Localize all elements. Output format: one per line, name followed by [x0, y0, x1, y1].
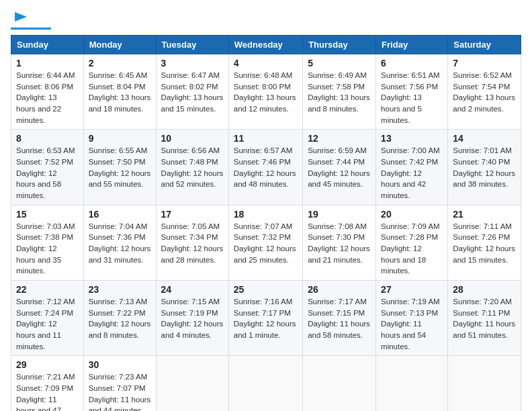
calendar-cell: 2 Sunrise: 6:45 AM Sunset: 8:04 PM Dayli… [83, 54, 156, 130]
day-info: Sunrise: 7:15 AM Sunset: 7:19 PM Dayligh… [161, 296, 224, 341]
calendar-cell: 3 Sunrise: 6:47 AM Sunset: 8:02 PM Dayli… [156, 54, 228, 130]
daylight-text: Daylight: 11 hours and 47 minutes. [16, 396, 61, 411]
day-number: 1 [16, 58, 79, 68]
day-of-week-header: Tuesday [156, 36, 228, 54]
calendar-week-row: 15 Sunrise: 7:03 AM Sunset: 7:38 PM Dayl… [11, 205, 521, 280]
day-number: 24 [161, 284, 224, 295]
day-number: 5 [308, 58, 371, 68]
daylight-text: Daylight: 12 hours and 15 minutes. [453, 244, 515, 264]
day-of-week-header: Monday [83, 36, 156, 54]
sunset-text: Sunset: 7:15 PM [308, 309, 365, 317]
daylight-text: Daylight: 12 hours and 52 minutes. [161, 169, 224, 189]
daylight-text: Daylight: 13 hours and 5 minutes. [381, 93, 422, 124]
sunrise-text: Sunrise: 6:56 AM [161, 146, 220, 154]
sunset-text: Sunset: 7:07 PM [89, 384, 146, 392]
sunset-text: Sunset: 7:13 PM [381, 309, 438, 317]
day-number: 4 [234, 58, 298, 68]
calendar-cell: 29 Sunrise: 7:21 AM Sunset: 7:09 PM Dayl… [11, 356, 84, 411]
day-info: Sunrise: 6:48 AM Sunset: 8:00 PM Dayligh… [234, 70, 298, 115]
sunset-text: Sunset: 7:30 PM [308, 233, 365, 241]
daylight-text: Daylight: 12 hours and 48 minutes. [234, 169, 296, 189]
sunrise-text: Sunrise: 7:19 AM [381, 298, 440, 306]
calendar-cell: 7 Sunrise: 6:52 AM Sunset: 7:54 PM Dayli… [448, 54, 521, 130]
daylight-text: Daylight: 13 hours and 8 minutes. [308, 93, 370, 113]
day-of-week-header: Wednesday [228, 36, 302, 54]
calendar-cell: 4 Sunrise: 6:48 AM Sunset: 8:00 PM Dayli… [228, 54, 302, 130]
calendar-week-row: 29 Sunrise: 7:21 AM Sunset: 7:09 PM Dayl… [11, 356, 521, 411]
sunset-text: Sunset: 7:50 PM [89, 158, 146, 166]
sunrise-text: Sunrise: 7:20 AM [453, 298, 512, 306]
sunrise-text: Sunrise: 7:01 AM [453, 146, 512, 154]
calendar-cell: 18 Sunrise: 7:07 AM Sunset: 7:32 PM Dayl… [228, 205, 302, 280]
day-info: Sunrise: 6:53 AM Sunset: 7:52 PM Dayligh… [16, 145, 79, 201]
sunrise-text: Sunrise: 7:05 AM [161, 222, 220, 230]
day-info: Sunrise: 7:04 AM Sunset: 7:36 PM Dayligh… [89, 221, 151, 266]
day-number: 13 [381, 133, 443, 144]
calendar-cell: 22 Sunrise: 7:12 AM Sunset: 7:24 PM Dayl… [11, 281, 84, 356]
calendar-cell: 14 Sunrise: 7:01 AM Sunset: 7:40 PM Dayl… [448, 130, 521, 205]
calendar-cell: 26 Sunrise: 7:17 AM Sunset: 7:15 PM Dayl… [303, 281, 376, 356]
calendar-cell: 16 Sunrise: 7:04 AM Sunset: 7:36 PM Dayl… [83, 205, 156, 280]
daylight-text: Daylight: 12 hours and 35 minutes. [16, 244, 61, 275]
daylight-text: Daylight: 13 hours and 22 minutes. [16, 93, 61, 124]
calendar-cell [303, 356, 376, 411]
day-number: 9 [89, 133, 151, 144]
sunrise-text: Sunrise: 6:45 AM [89, 71, 148, 79]
day-info: Sunrise: 7:23 AM Sunset: 7:07 PM Dayligh… [89, 371, 151, 411]
calendar-cell: 15 Sunrise: 7:03 AM Sunset: 7:38 PM Dayl… [11, 205, 84, 280]
sunrise-text: Sunrise: 7:09 AM [381, 222, 440, 230]
calendar-cell: 1 Sunrise: 6:44 AM Sunset: 8:06 PM Dayli… [11, 54, 84, 130]
day-info: Sunrise: 7:17 AM Sunset: 7:15 PM Dayligh… [308, 296, 371, 341]
sunset-text: Sunset: 7:42 PM [381, 158, 438, 166]
logo-underline [11, 28, 51, 30]
sunrise-text: Sunrise: 7:07 AM [234, 222, 293, 230]
daylight-text: Daylight: 13 hours and 12 minutes. [234, 93, 296, 113]
day-of-week-header: Thursday [303, 36, 376, 54]
daylight-text: Daylight: 12 hours and 38 minutes. [453, 169, 515, 189]
calendar-cell: 25 Sunrise: 7:16 AM Sunset: 7:17 PM Dayl… [228, 281, 302, 356]
day-info: Sunrise: 7:12 AM Sunset: 7:24 PM Dayligh… [16, 296, 79, 352]
calendar-cell: 6 Sunrise: 6:51 AM Sunset: 7:56 PM Dayli… [376, 54, 448, 130]
day-info: Sunrise: 7:19 AM Sunset: 7:13 PM Dayligh… [381, 296, 443, 352]
sunset-text: Sunset: 7:58 PM [308, 83, 365, 91]
sunset-text: Sunset: 7:17 PM [234, 309, 291, 317]
daylight-text: Daylight: 13 hours and 18 minutes. [89, 93, 151, 113]
sunset-text: Sunset: 7:52 PM [16, 158, 73, 166]
calendar-cell: 24 Sunrise: 7:15 AM Sunset: 7:19 PM Dayl… [156, 281, 228, 356]
daylight-text: Daylight: 12 hours and 4 minutes. [161, 320, 224, 339]
day-number: 11 [234, 133, 298, 144]
daylight-text: Daylight: 12 hours and 55 minutes. [89, 169, 151, 189]
sunset-text: Sunset: 7:36 PM [89, 233, 146, 241]
sunset-text: Sunset: 8:00 PM [234, 83, 291, 91]
daylight-text: Daylight: 12 hours and 28 minutes. [161, 244, 224, 264]
day-number: 16 [89, 209, 151, 220]
day-number: 30 [89, 359, 151, 370]
sunset-text: Sunset: 7:46 PM [234, 158, 291, 166]
sunset-text: Sunset: 7:44 PM [308, 158, 365, 166]
sunset-text: Sunset: 8:06 PM [16, 83, 73, 91]
daylight-text: Daylight: 13 hours and 2 minutes. [453, 93, 515, 113]
day-number: 22 [16, 284, 79, 295]
sunset-text: Sunset: 7:54 PM [453, 83, 510, 91]
day-number: 26 [308, 284, 371, 295]
day-number: 20 [381, 209, 443, 220]
sunrise-text: Sunrise: 6:44 AM [16, 71, 75, 79]
page-header [11, 11, 521, 30]
daylight-text: Daylight: 12 hours and 31 minutes. [89, 244, 151, 264]
day-info: Sunrise: 7:00 AM Sunset: 7:42 PM Dayligh… [381, 145, 443, 201]
sunrise-text: Sunrise: 6:52 AM [453, 71, 512, 79]
sunset-text: Sunset: 7:24 PM [16, 309, 73, 317]
sunrise-text: Sunrise: 7:00 AM [381, 146, 440, 154]
day-number: 25 [234, 284, 298, 295]
day-info: Sunrise: 6:52 AM Sunset: 7:54 PM Dayligh… [453, 70, 516, 115]
sunrise-text: Sunrise: 7:23 AM [89, 373, 148, 381]
daylight-text: Daylight: 12 hours and 8 minutes. [89, 320, 151, 339]
calendar-cell: 9 Sunrise: 6:55 AM Sunset: 7:50 PM Dayli… [83, 130, 156, 205]
day-info: Sunrise: 6:57 AM Sunset: 7:46 PM Dayligh… [234, 145, 298, 190]
day-info: Sunrise: 6:44 AM Sunset: 8:06 PM Dayligh… [16, 70, 79, 126]
sunset-text: Sunset: 7:32 PM [234, 233, 291, 241]
day-info: Sunrise: 7:05 AM Sunset: 7:34 PM Dayligh… [161, 221, 224, 266]
daylight-text: Daylight: 12 hours and 18 minutes. [381, 244, 426, 275]
sunrise-text: Sunrise: 7:13 AM [89, 298, 148, 306]
day-number: 29 [16, 359, 79, 370]
